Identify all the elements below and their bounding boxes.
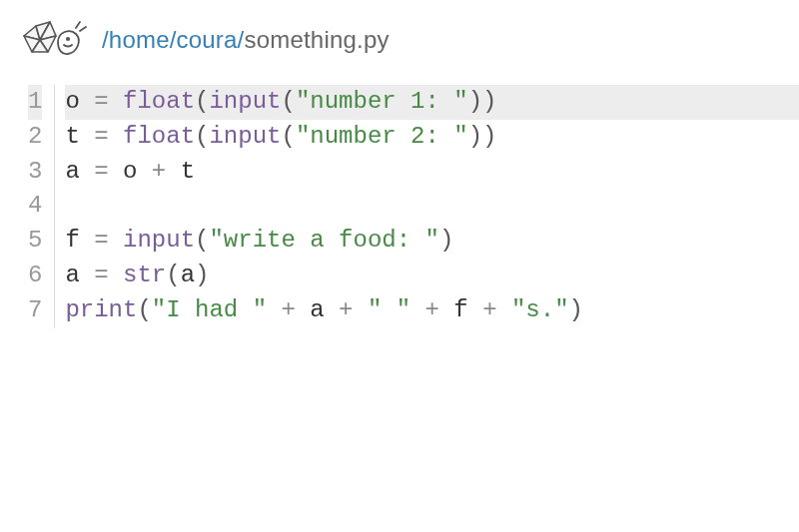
code-token: "write a food: " [209,227,438,254]
code-token: = [94,227,123,254]
line-number: 5 [28,224,42,259]
editor-header: /home/coura/something.py [0,0,799,75]
code-token: print [65,296,137,323]
code-token: = [94,123,123,150]
code-token: f [65,227,94,254]
app-logo-icon [18,12,88,67]
line-number: 6 [28,259,42,293]
code-token: f [453,296,467,323]
code-token: " " [368,296,410,323]
code-token: "I had " [152,296,267,323]
code-token: a [310,296,324,323]
code-token: ) [569,296,583,323]
code-line[interactable]: a = str(a) [65,259,799,293]
code-token: input [209,88,281,115]
code-token: ( [195,88,209,115]
code-token: = [94,262,123,288]
line-number: 3 [28,155,42,190]
code-token: + [468,296,511,323]
code-token: + [267,296,310,323]
code-token: input [209,123,281,150]
code-token: + [325,296,368,323]
code-line[interactable]: t = float(input("number 2: ")) [65,120,799,155]
code-token: + [410,296,453,323]
code-token: ( [281,88,295,115]
code-token: o [123,158,152,185]
code-line[interactable]: f = input("write a food: ") [65,224,799,259]
code-token: o [65,88,94,115]
line-number: 1 [28,85,42,120]
code-token: float [123,123,195,150]
code-editor[interactable]: 1234567 o = float(input("number 1: "))t … [0,85,799,328]
code-token: float [123,88,195,115]
code-token: = [94,158,123,185]
code-line[interactable]: o = float(input("number 1: ")) [65,85,799,120]
code-token: ) [439,227,453,254]
code-token: t [65,123,94,150]
code-area[interactable]: o = float(input("number 1: "))t = float(… [55,85,799,328]
code-token: + [152,158,181,185]
svg-point-6 [67,38,69,40]
line-number-gutter: 1234567 [0,85,55,328]
line-number: 7 [28,293,42,328]
file-path: /home/coura/something.py [102,26,390,54]
file-path-dir: /home/coura/ [102,26,244,53]
code-token: = [94,88,123,115]
code-token: )) [468,123,497,150]
line-number: 4 [28,189,42,224]
code-token: a [65,158,94,185]
code-token: ( [195,227,209,254]
file-path-name: something.py [244,26,389,53]
code-line[interactable]: a = o + t [65,155,799,190]
code-token: "number 1: " [296,88,468,115]
code-token: a [65,262,94,288]
code-token: a [181,262,195,288]
code-token: t [181,158,195,185]
line-number: 2 [28,120,42,155]
code-token: ) [195,262,209,288]
code-line[interactable]: print("I had " + a + " " + f + "s.") [65,293,799,328]
code-token: ( [166,262,180,288]
code-token: str [123,262,166,288]
code-line[interactable] [65,189,799,224]
code-token: )) [468,88,497,115]
code-token: "s." [511,296,569,323]
code-token: ( [137,296,151,323]
code-token: "number 2: " [296,123,468,150]
code-token: ( [281,123,295,150]
code-token: input [123,227,195,254]
code-token: ( [195,123,209,150]
